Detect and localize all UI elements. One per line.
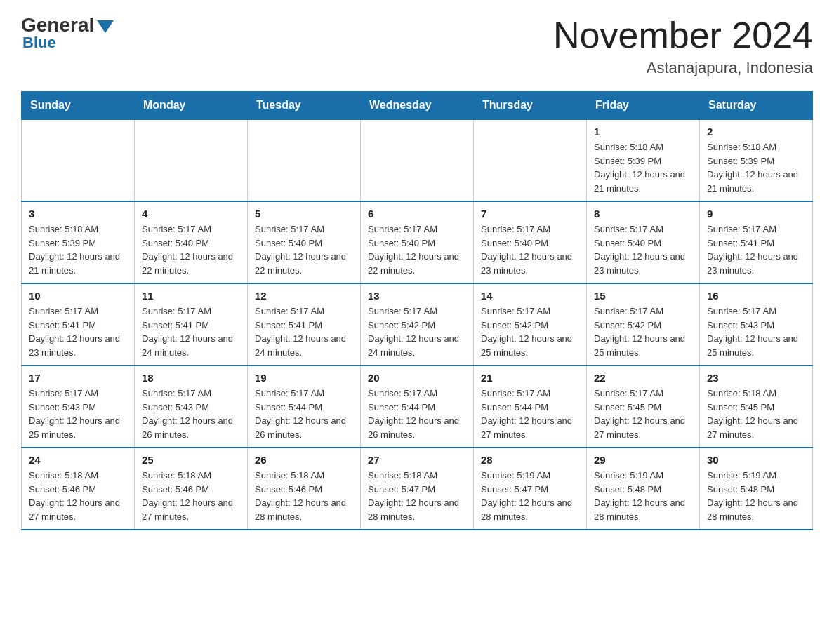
day-cell <box>474 119 587 201</box>
day-info: Sunrise: 5:17 AMSunset: 5:40 PMDaylight:… <box>255 222 353 277</box>
day-number: 16 <box>707 290 805 302</box>
day-cell <box>135 119 248 201</box>
header-row: SundayMondayTuesdayWednesdayThursdayFrid… <box>22 92 813 120</box>
day-info: Sunrise: 5:18 AMSunset: 5:46 PMDaylight:… <box>29 469 127 523</box>
calendar-body: 1Sunrise: 5:18 AMSunset: 5:39 PMDaylight… <box>22 119 813 530</box>
title-area: November 2024 Astanajapura, Indonesia <box>553 14 813 77</box>
day-number: 5 <box>255 208 353 220</box>
week-row-2: 3Sunrise: 5:18 AMSunset: 5:39 PMDaylight… <box>22 201 813 283</box>
day-info: Sunrise: 5:17 AMSunset: 5:44 PMDaylight:… <box>255 387 353 441</box>
day-cell: 7Sunrise: 5:17 AMSunset: 5:40 PMDaylight… <box>474 201 587 283</box>
day-number: 26 <box>255 454 353 466</box>
day-info: Sunrise: 5:17 AMSunset: 5:44 PMDaylight:… <box>368 387 466 441</box>
day-info: Sunrise: 5:18 AMSunset: 5:45 PMDaylight:… <box>707 387 805 441</box>
day-info: Sunrise: 5:17 AMSunset: 5:41 PMDaylight:… <box>142 304 240 359</box>
day-cell <box>22 119 135 201</box>
day-number: 3 <box>29 208 127 220</box>
day-number: 8 <box>594 208 692 220</box>
day-number: 11 <box>142 290 240 302</box>
day-info: Sunrise: 5:18 AMSunset: 5:39 PMDaylight:… <box>29 222 127 277</box>
day-cell: 24Sunrise: 5:18 AMSunset: 5:46 PMDayligh… <box>22 448 135 530</box>
day-number: 9 <box>707 208 805 220</box>
col-header-tuesday: Tuesday <box>248 92 361 120</box>
day-number: 15 <box>594 290 692 302</box>
day-cell: 8Sunrise: 5:17 AMSunset: 5:40 PMDaylight… <box>587 201 700 283</box>
day-info: Sunrise: 5:17 AMSunset: 5:40 PMDaylight:… <box>481 222 579 277</box>
page-subtitle: Astanajapura, Indonesia <box>553 59 813 77</box>
col-header-friday: Friday <box>587 92 700 120</box>
day-cell: 15Sunrise: 5:17 AMSunset: 5:42 PMDayligh… <box>587 283 700 365</box>
day-info: Sunrise: 5:19 AMSunset: 5:48 PMDaylight:… <box>594 469 692 523</box>
day-cell: 13Sunrise: 5:17 AMSunset: 5:42 PMDayligh… <box>361 283 474 365</box>
day-cell <box>248 119 361 201</box>
day-number: 23 <box>707 372 805 384</box>
day-cell: 28Sunrise: 5:19 AMSunset: 5:47 PMDayligh… <box>474 448 587 530</box>
day-cell: 23Sunrise: 5:18 AMSunset: 5:45 PMDayligh… <box>700 365 813 448</box>
logo-arrow-icon <box>97 20 114 33</box>
day-info: Sunrise: 5:18 AMSunset: 5:46 PMDaylight:… <box>255 469 353 523</box>
day-cell: 4Sunrise: 5:17 AMSunset: 5:40 PMDaylight… <box>135 201 248 283</box>
day-info: Sunrise: 5:17 AMSunset: 5:41 PMDaylight:… <box>29 304 127 359</box>
day-cell: 25Sunrise: 5:18 AMSunset: 5:46 PMDayligh… <box>135 448 248 530</box>
day-number: 20 <box>368 372 466 384</box>
day-cell: 21Sunrise: 5:17 AMSunset: 5:44 PMDayligh… <box>474 365 587 448</box>
day-info: Sunrise: 5:17 AMSunset: 5:43 PMDaylight:… <box>142 387 240 441</box>
day-number: 25 <box>142 454 240 466</box>
calendar-header: SundayMondayTuesdayWednesdayThursdayFrid… <box>22 92 813 120</box>
day-number: 6 <box>368 208 466 220</box>
day-cell: 30Sunrise: 5:19 AMSunset: 5:48 PMDayligh… <box>700 448 813 530</box>
day-cell: 27Sunrise: 5:18 AMSunset: 5:47 PMDayligh… <box>361 448 474 530</box>
day-cell: 26Sunrise: 5:18 AMSunset: 5:46 PMDayligh… <box>248 448 361 530</box>
day-info: Sunrise: 5:17 AMSunset: 5:42 PMDaylight:… <box>594 304 692 359</box>
day-number: 1 <box>594 126 692 137</box>
day-info: Sunrise: 5:17 AMSunset: 5:41 PMDaylight:… <box>707 222 805 277</box>
day-number: 22 <box>594 372 692 384</box>
col-header-thursday: Thursday <box>474 92 587 120</box>
day-info: Sunrise: 5:17 AMSunset: 5:42 PMDaylight:… <box>481 304 579 359</box>
day-info: Sunrise: 5:17 AMSunset: 5:40 PMDaylight:… <box>142 222 240 277</box>
day-number: 24 <box>29 454 127 466</box>
calendar-table: SundayMondayTuesdayWednesdayThursdayFrid… <box>21 91 813 530</box>
week-row-3: 10Sunrise: 5:17 AMSunset: 5:41 PMDayligh… <box>22 283 813 365</box>
day-info: Sunrise: 5:17 AMSunset: 5:44 PMDaylight:… <box>481 387 579 441</box>
day-number: 12 <box>255 290 353 302</box>
day-cell: 10Sunrise: 5:17 AMSunset: 5:41 PMDayligh… <box>22 283 135 365</box>
day-info: Sunrise: 5:17 AMSunset: 5:40 PMDaylight:… <box>368 222 466 277</box>
day-cell: 20Sunrise: 5:17 AMSunset: 5:44 PMDayligh… <box>361 365 474 448</box>
day-number: 27 <box>368 454 466 466</box>
day-cell: 9Sunrise: 5:17 AMSunset: 5:41 PMDaylight… <box>700 201 813 283</box>
day-info: Sunrise: 5:19 AMSunset: 5:48 PMDaylight:… <box>707 469 805 523</box>
day-cell: 12Sunrise: 5:17 AMSunset: 5:41 PMDayligh… <box>248 283 361 365</box>
day-number: 13 <box>368 290 466 302</box>
day-info: Sunrise: 5:18 AMSunset: 5:39 PMDaylight:… <box>594 140 692 195</box>
day-cell: 11Sunrise: 5:17 AMSunset: 5:41 PMDayligh… <box>135 283 248 365</box>
week-row-4: 17Sunrise: 5:17 AMSunset: 5:43 PMDayligh… <box>22 365 813 448</box>
day-cell: 18Sunrise: 5:17 AMSunset: 5:43 PMDayligh… <box>135 365 248 448</box>
day-number: 10 <box>29 290 127 302</box>
day-number: 28 <box>481 454 579 466</box>
day-number: 29 <box>594 454 692 466</box>
day-cell: 22Sunrise: 5:17 AMSunset: 5:45 PMDayligh… <box>587 365 700 448</box>
logo-blue-text: Blue <box>22 34 56 52</box>
col-header-saturday: Saturday <box>700 92 813 120</box>
col-header-sunday: Sunday <box>22 92 135 120</box>
day-cell: 5Sunrise: 5:17 AMSunset: 5:40 PMDaylight… <box>248 201 361 283</box>
page-header: General Blue November 2024 Astanajapura,… <box>21 14 813 77</box>
day-cell: 29Sunrise: 5:19 AMSunset: 5:48 PMDayligh… <box>587 448 700 530</box>
day-number: 18 <box>142 372 240 384</box>
day-info: Sunrise: 5:19 AMSunset: 5:47 PMDaylight:… <box>481 469 579 523</box>
day-number: 14 <box>481 290 579 302</box>
logo: General Blue <box>21 14 114 52</box>
day-number: 2 <box>707 126 805 137</box>
day-cell: 3Sunrise: 5:18 AMSunset: 5:39 PMDaylight… <box>22 201 135 283</box>
day-info: Sunrise: 5:17 AMSunset: 5:41 PMDaylight:… <box>255 304 353 359</box>
day-info: Sunrise: 5:17 AMSunset: 5:42 PMDaylight:… <box>368 304 466 359</box>
day-info: Sunrise: 5:18 AMSunset: 5:39 PMDaylight:… <box>707 140 805 195</box>
day-cell: 14Sunrise: 5:17 AMSunset: 5:42 PMDayligh… <box>474 283 587 365</box>
page-title: November 2024 <box>553 14 813 56</box>
col-header-monday: Monday <box>135 92 248 120</box>
day-number: 4 <box>142 208 240 220</box>
day-cell: 16Sunrise: 5:17 AMSunset: 5:43 PMDayligh… <box>700 283 813 365</box>
day-number: 30 <box>707 454 805 466</box>
day-number: 19 <box>255 372 353 384</box>
